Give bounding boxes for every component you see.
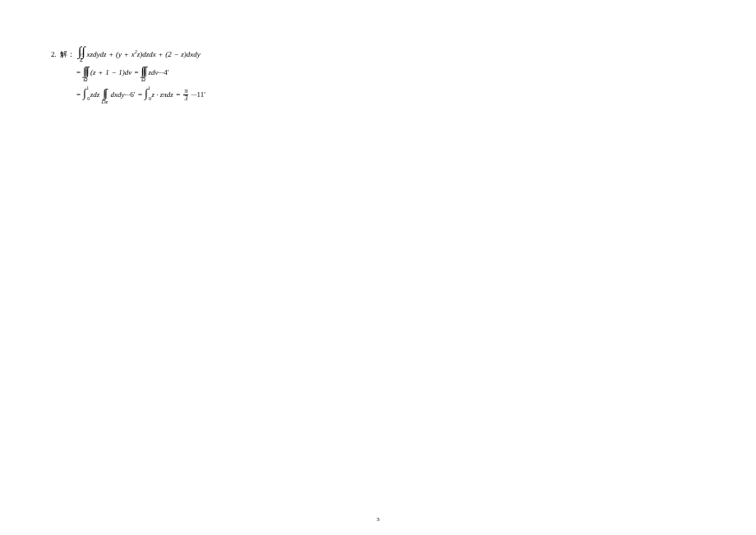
- triple-integral-1: ∫∫∫ Ω: [83, 66, 88, 82]
- problem-number: 2.: [51, 49, 57, 60]
- math-solution: 2. 解： ∫∫○ Σ xzdydz + (y + x2z)dzdx + (2 …: [51, 46, 205, 108]
- fraction-pi-3: π 3: [183, 88, 188, 102]
- single-integral-2: ∫10: [145, 85, 148, 102]
- closed-surface-integral: ∫∫○ Σ: [78, 46, 85, 62]
- double-integral: ∫∫ Dz: [101, 88, 108, 104]
- score-marker-4: ···4′: [159, 68, 169, 76]
- integrand-1: xzdydz + (y + x2z)dzdx + (2 − z)dxdy: [87, 48, 201, 60]
- score-marker-11: ···11′: [191, 90, 205, 99]
- triple-integral-2: ∫∫∫ Ω: [141, 66, 146, 82]
- line-2: = ∫∫∫ Ω (z + 1 − 1)dv = ∫∫∫ Ω zdv···4′: [76, 66, 205, 82]
- line-1: 2. 解： ∫∫○ Σ xzdydz + (y + x2z)dzdx + (2 …: [51, 46, 205, 62]
- page-number: 3: [376, 516, 380, 523]
- line-3: = ∫10 zdz ∫∫ Dz dxdy···6′ = ∫10 z · zπdz…: [76, 85, 205, 104]
- single-integral-1: ∫10: [83, 85, 86, 102]
- score-marker-6: ···6′: [124, 90, 135, 99]
- problem-label: 解：: [60, 49, 75, 60]
